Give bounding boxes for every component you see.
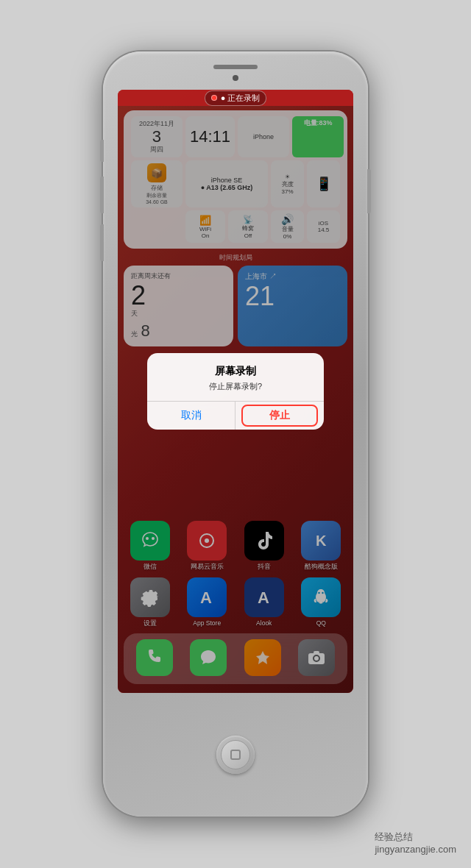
speaker-grille [213,65,258,69]
home-button-square [230,750,241,760]
volume-down-button [100,224,104,261]
dialog-overlay: 屏幕录制 停止屏幕录制? 取消 停止 [118,90,353,693]
volume-up-button [100,177,104,213]
phone-device: ● 正在录制 2022年11月 3 周四 [103,51,368,817]
recording-dot-icon [211,95,217,101]
phone-bottom [103,693,368,817]
watermark: 经验总结jingyanzangjie.com [375,830,456,855]
home-button[interactable] [216,736,255,774]
screen-recording-dialog: 屏幕录制 停止屏幕录制? 取消 停止 [147,353,324,430]
dialog-buttons: 取消 停止 [147,401,324,430]
page-background: 经验总结jingyanzangjie.com ● 正在录制 [0,0,471,868]
home-button-inner [221,740,250,769]
stop-btn-ring [241,405,318,427]
front-camera [233,75,238,81]
dialog-stop-button[interactable]: 停止 [236,402,324,430]
recording-text: ● 正在录制 [221,93,261,104]
recording-bar[interactable]: ● 正在录制 [118,90,353,106]
dialog-content: 屏幕录制 停止屏幕录制? [147,353,324,401]
dialog-message: 停止屏幕录制? [159,381,312,392]
power-button [367,169,371,213]
phone-screen: ● 正在录制 2022年11月 3 周四 [118,90,353,693]
dialog-cancel-button[interactable]: 取消 [147,402,236,430]
recording-pill: ● 正在录制 [205,90,267,106]
phone-top [103,51,368,81]
mute-button [100,140,104,162]
dialog-title: 屏幕录制 [159,365,312,378]
